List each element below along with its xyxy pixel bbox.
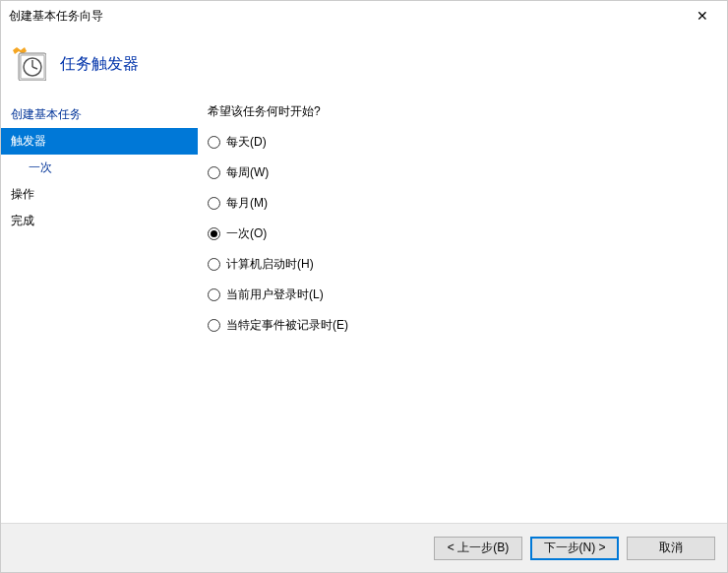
close-button[interactable]: ✕ [688, 6, 717, 26]
trigger-option[interactable]: 当特定事件被记录时(E) [208, 317, 717, 334]
trigger-option[interactable]: 每周(W) [208, 164, 717, 181]
trigger-option[interactable]: 每天(D) [208, 134, 717, 151]
radio-label: 每天(D) [226, 134, 267, 151]
trigger-option[interactable]: 每月(M) [208, 195, 717, 212]
trigger-option[interactable]: 当前用户登录时(L) [208, 286, 717, 303]
radio-icon [208, 288, 220, 301]
wizard-step-label: 触发器 [11, 134, 46, 148]
radio-icon [208, 227, 220, 240]
window-title: 创建基本任务向导 [9, 8, 103, 25]
trigger-option[interactable]: 计算机启动时(H) [208, 256, 717, 273]
radio-label: 当特定事件被记录时(E) [226, 317, 348, 334]
wizard-footer: < 上一步(B) 下一步(N) > 取消 [1, 523, 727, 572]
wizard-step-item[interactable]: 完成 [1, 208, 198, 234]
radio-label: 一次(O) [226, 225, 267, 242]
radio-icon [208, 136, 220, 149]
wizard-step-label: 操作 [11, 187, 34, 201]
wizard-step-label: 创建基本任务 [11, 107, 82, 121]
trigger-radio-group: 每天(D)每周(W)每月(M)一次(O)计算机启动时(H)当前用户登录时(L)当… [208, 134, 717, 334]
wizard-step-label: 一次 [29, 160, 52, 174]
clock-schedule-icon [13, 47, 46, 81]
main-panel: 希望该任务何时开始? 每天(D)每周(W)每月(M)一次(O)计算机启动时(H)… [198, 97, 727, 509]
trigger-option[interactable]: 一次(O) [208, 225, 717, 242]
radio-label: 计算机启动时(H) [226, 256, 314, 273]
wizard-step-item[interactable]: 一次 [1, 155, 198, 181]
close-icon: ✕ [697, 8, 708, 24]
wizard-step-item[interactable]: 触发器 [1, 128, 198, 155]
wizard-header: 任务触发器 [1, 31, 727, 97]
content: 创建基本任务触发器一次操作完成 希望该任务何时开始? 每天(D)每周(W)每月(… [1, 97, 727, 509]
back-button[interactable]: < 上一步(B) [434, 537, 522, 560]
radio-icon [208, 166, 220, 179]
next-button[interactable]: 下一步(N) > [530, 537, 619, 560]
prompt-label: 希望该任务何时开始? [208, 103, 717, 120]
cancel-button[interactable]: 取消 [627, 537, 715, 560]
titlebar: 创建基本任务向导 ✕ [1, 1, 727, 31]
wizard-step-item[interactable]: 操作 [1, 181, 198, 208]
wizard-step-label: 完成 [11, 214, 34, 227]
radio-label: 每周(W) [226, 164, 269, 181]
radio-label: 当前用户登录时(L) [226, 286, 324, 303]
page-title: 任务触发器 [60, 54, 139, 75]
radio-icon [208, 197, 220, 210]
radio-icon [208, 319, 220, 332]
wizard-step-item[interactable]: 创建基本任务 [1, 101, 198, 128]
radio-icon [208, 258, 220, 271]
wizard-steps-sidebar: 创建基本任务触发器一次操作完成 [1, 97, 198, 509]
radio-label: 每月(M) [226, 195, 268, 212]
